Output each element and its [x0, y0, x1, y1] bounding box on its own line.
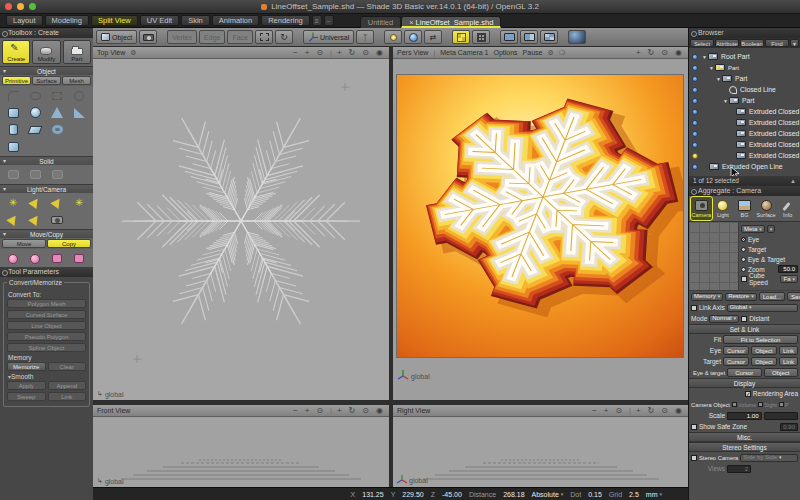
target-object-button[interactable]: Object	[751, 357, 777, 366]
pan-icon[interactable]: +	[337, 406, 344, 415]
eye-target-cursor-button[interactable]: Cursor	[727, 368, 762, 377]
camera-object-opt3[interactable]: P	[779, 402, 789, 408]
viewport-gear-icon[interactable]: ⚙	[130, 49, 136, 57]
eye-cursor-button[interactable]: Cursor	[723, 346, 749, 355]
workspace-tab-split-view[interactable]: Split View	[91, 15, 138, 26]
eye-radio[interactable]	[741, 237, 746, 242]
front-view-canvas[interactable]: ↳global	[93, 417, 389, 487]
link-axis-dropdown[interactable]: Global	[727, 304, 798, 312]
workspace-tab-skin[interactable]: Skin	[181, 15, 210, 26]
save-button[interactable]: Save...	[787, 292, 800, 301]
convert-curved-surface-button[interactable]: Curved Surface	[7, 310, 86, 319]
orbit-icon[interactable]: ↻	[648, 406, 657, 415]
right-view-title[interactable]: Right View	[397, 407, 430, 414]
vertex-mode-button[interactable]: Vertex	[167, 30, 197, 44]
single-view-layout-button[interactable]	[500, 30, 518, 44]
tree-row-extruded-5[interactable]: Extruded Closed	[689, 150, 800, 161]
four-view-button[interactable]	[452, 30, 470, 44]
fit-to-selection-button[interactable]: Fit to Selection	[723, 335, 798, 344]
smooth-append-button[interactable]: Append	[48, 381, 87, 390]
shading-mode-button[interactable]	[568, 30, 586, 44]
load-button[interactable]: Load...	[759, 292, 785, 301]
workspace-collapse-icon[interactable]: −	[324, 15, 334, 26]
zoom-lens-icon[interactable]: ⊙	[316, 406, 325, 415]
primitive-tab[interactable]: Primitive	[2, 76, 31, 85]
visibility-dot[interactable]	[692, 98, 698, 104]
tree-row-part-2[interactable]: ▼ Part	[689, 73, 800, 84]
aggregate-tab-camera[interactable]: Camera	[691, 197, 712, 220]
workspace-tab-layout[interactable]: Layout	[6, 15, 43, 26]
zoom-out-icon[interactable]: −	[592, 406, 599, 415]
solid-union-button[interactable]	[2, 166, 24, 183]
split-view-layout-button[interactable]	[520, 30, 538, 44]
browser-tab-find[interactable]: Find	[765, 39, 789, 47]
safe-zone-checkbox[interactable]	[691, 424, 697, 430]
rotate-view-button[interactable]: ↻	[275, 30, 293, 44]
convert-pseudo-polygon-button[interactable]: Pseudo Polygon	[7, 332, 86, 341]
workspace-tab-rendering[interactable]: Rendering	[261, 15, 310, 26]
convert-line-object-button[interactable]: Line Object	[7, 321, 86, 330]
document-tab-active[interactable]: ×LineOffset_Sample.shd	[401, 16, 501, 28]
convert-polygon-mesh-button[interactable]: Polygon Mesh	[7, 299, 86, 308]
browser-tab-attributes[interactable]: Attributes	[715, 39, 739, 47]
camera-object-opt1[interactable]: Volume	[732, 402, 756, 408]
tree-row-part-3[interactable]: ▼ Part	[689, 95, 800, 106]
zoom-radio[interactable]	[741, 267, 746, 272]
document-tab-untitled[interactable]: Untitled	[360, 16, 401, 28]
circle-tool-button[interactable]	[68, 87, 90, 104]
cylinder-tool-button[interactable]	[2, 121, 24, 138]
area-light-button[interactable]: ✳	[68, 194, 90, 211]
visibility-dot[interactable]	[692, 54, 698, 60]
wedge-tool-button[interactable]	[68, 104, 90, 121]
pause-button[interactable]: Pause	[523, 49, 543, 56]
eye-link-button[interactable]: Link	[779, 346, 798, 355]
aggregate-tab-light[interactable]: Light	[713, 197, 734, 220]
universal-manipulator-button[interactable]: Universal	[303, 30, 354, 44]
camera-mode-button[interactable]	[139, 30, 157, 44]
visibility-dot[interactable]	[692, 87, 698, 93]
part-mode-button[interactable]: Part	[63, 40, 91, 64]
pose-tool-button[interactable]: ᛉ	[356, 30, 374, 44]
visibility-dot[interactable]	[692, 120, 698, 126]
closed-curve-tool-button[interactable]	[24, 87, 46, 104]
unit-dropdown[interactable]: mm	[646, 491, 662, 498]
zoom-in-icon[interactable]: +	[305, 48, 312, 57]
plane-tool-button[interactable]	[24, 121, 46, 138]
stereo-camera-checkbox[interactable]	[691, 455, 697, 461]
object-mode-button[interactable]: Object	[96, 30, 137, 44]
fit-view-icon[interactable]: ◉	[376, 48, 385, 57]
modify-mode-button[interactable]: Modify	[32, 40, 60, 64]
magnify-icon[interactable]: ⊙	[362, 406, 371, 415]
orbit-icon[interactable]: ↻	[349, 48, 358, 57]
spot-light-button[interactable]	[24, 194, 46, 211]
tree-row-extruded-1[interactable]: Extruded Closed	[689, 106, 800, 117]
ambient-light-button[interactable]	[24, 211, 46, 228]
pan-icon[interactable]: +	[636, 406, 643, 415]
tree-row-closed-line[interactable]: Closed Line	[689, 84, 800, 95]
copy-button[interactable]: Copy	[47, 239, 91, 248]
fit-view-icon[interactable]: ◉	[675, 406, 684, 415]
world-view-button[interactable]	[404, 30, 422, 44]
aggregate-tab-info[interactable]: Info	[777, 197, 798, 220]
visibility-dot[interactable]	[692, 131, 698, 137]
pers-gear-icon[interactable]: ⚙	[547, 49, 553, 57]
orbit-icon[interactable]: ↻	[648, 48, 657, 57]
tree-row-part-1[interactable]: ▼ Part	[689, 62, 800, 73]
mesh-tab[interactable]: Mesh	[62, 76, 91, 85]
memory-dropdown[interactable]: Memory	[691, 293, 723, 301]
zoom-lens-icon[interactable]: ⊙	[316, 48, 325, 57]
zoom-in-icon[interactable]: +	[604, 406, 611, 415]
magnify-icon[interactable]: ⊙	[661, 48, 670, 57]
camera-object-opt2[interactable]: Sight	[758, 402, 777, 408]
aggregate-tab-surface[interactable]: Surface	[756, 197, 777, 220]
light-camera-section-header[interactable]: Light/Camera	[0, 184, 93, 193]
browser-tab-select[interactable]: Select	[690, 39, 714, 47]
mode-dropdown[interactable]: Normal	[709, 315, 739, 323]
point-light-button[interactable]: ✳	[2, 194, 24, 211]
zoom-in-icon[interactable]: +	[305, 406, 312, 415]
cube-speed-dropdown[interactable]: Fa	[780, 275, 798, 283]
eye-target-radio[interactable]	[741, 257, 746, 262]
workspace-tab-modeling[interactable]: Modeling	[45, 15, 89, 26]
lamp-toggle-button[interactable]	[384, 30, 402, 44]
camera-trackpad[interactable]	[689, 222, 739, 290]
